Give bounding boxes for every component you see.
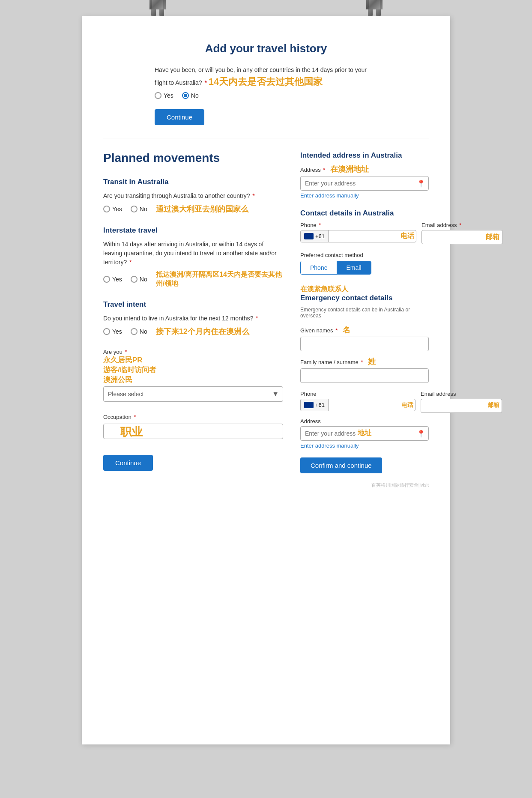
emergency-flag-prefix: +61 bbox=[301, 399, 329, 411]
interstate-title: Interstate travel bbox=[103, 226, 283, 235]
emergency-phone-input[interactable] bbox=[329, 399, 401, 411]
interstate-yes-option[interactable]: Yes bbox=[103, 276, 122, 283]
planned-continue-button[interactable]: Continue bbox=[103, 455, 153, 471]
emergency-au-flag-icon bbox=[304, 402, 314, 408]
planned-movements-section: Planned movements Transit in Australia A… bbox=[103, 151, 429, 473]
travel-history-radio-group: Yes No bbox=[155, 92, 377, 99]
emergency-address-manually-link[interactable]: Enter address manually bbox=[300, 442, 429, 449]
emergency-address-input-wrapper: 📍 地址 bbox=[300, 426, 429, 441]
transit-title: Transit in Australia bbox=[103, 178, 283, 186]
travel-history-continue-button[interactable]: Continue bbox=[155, 109, 204, 125]
right-column: Intended address in Australia Address * … bbox=[300, 151, 429, 473]
emergency-email-input-wrapper: 邮箱 bbox=[421, 399, 502, 413]
travel-history-yes-radio[interactable] bbox=[155, 92, 161, 99]
emergency-address-label: Address bbox=[300, 418, 429, 424]
intended-address-title: Intended address in Australia bbox=[300, 151, 429, 160]
emergency-contact-section: 在澳紧急联系人 Emergency contact details Emerge… bbox=[300, 285, 429, 449]
interstate-no-radio[interactable] bbox=[131, 276, 137, 283]
family-name-label: Family name / surname * 姓 bbox=[300, 356, 429, 367]
interstate-subsection: Interstate travel Within 14 days after a… bbox=[103, 226, 283, 288]
transit-subsection: Transit in Australia Are you transiting … bbox=[103, 178, 283, 214]
travel-history-title: Add your travel history bbox=[103, 42, 429, 55]
planned-movements-title: Planned movements bbox=[103, 151, 283, 165]
travel-intent-yes-radio[interactable] bbox=[103, 328, 110, 335]
transit-no-option[interactable]: No bbox=[131, 206, 147, 212]
paper: Add your travel history Have you been, o… bbox=[82, 16, 450, 744]
travel-history-yes-option[interactable]: Yes bbox=[155, 92, 173, 99]
confirm-continue-button[interactable]: Confirm and continue bbox=[300, 457, 382, 473]
transit-yes-radio[interactable] bbox=[103, 206, 110, 212]
travel-intent-subsection: Travel intent Do you intend to live in A… bbox=[103, 300, 283, 337]
family-name-input[interactable] bbox=[300, 368, 429, 383]
are-you-select-wrapper: Please selectPermanent ResidentVisitor /… bbox=[103, 386, 283, 402]
address-input[interactable] bbox=[300, 176, 429, 191]
travel-intent-no-radio[interactable] bbox=[131, 328, 137, 335]
are-you-select[interactable]: Please selectPermanent ResidentVisitor /… bbox=[103, 386, 283, 402]
address-input-wrapper: 📍 bbox=[300, 176, 429, 191]
page-wrapper: Add your travel history Have you been, o… bbox=[82, 0, 450, 744]
transit-yes-option[interactable]: Yes bbox=[103, 206, 122, 212]
emergency-note: Emergency contact details can be in Aust… bbox=[300, 307, 429, 319]
travel-history-no-option[interactable]: No bbox=[182, 92, 199, 99]
phone-field-wrapper: Phone * +61 电话 bbox=[300, 222, 416, 244]
location-icon: 📍 bbox=[417, 179, 425, 188]
confirm-button-wrapper: Confirm and continue bbox=[300, 457, 429, 473]
enter-address-manually-link[interactable]: Enter address manually bbox=[300, 192, 429, 199]
travel-history-question: Have you been, or will you be, in any ot… bbox=[155, 66, 377, 89]
travel-intent-title: Travel intent bbox=[103, 300, 283, 309]
transit-question: Are you transiting through Australia to … bbox=[103, 191, 283, 200]
occupation-label: Occupation * bbox=[103, 414, 283, 420]
phone-label: Phone * bbox=[300, 222, 416, 228]
au-flag-icon bbox=[304, 233, 314, 239]
interstate-no-option[interactable]: No bbox=[131, 276, 147, 283]
travel-intent-question: Do you intend to live in Australia for t… bbox=[103, 314, 283, 323]
interstate-yes-radio[interactable] bbox=[103, 276, 110, 283]
travel-history-no-radio[interactable] bbox=[182, 92, 189, 99]
emergency-email-label: Email address bbox=[421, 391, 502, 397]
emergency-location-icon: 📍 bbox=[417, 430, 425, 438]
emergency-phone-label: Phone bbox=[300, 391, 415, 397]
phone-input-wrapper: +61 电话 bbox=[300, 230, 416, 242]
contact-details-section: Contact details in Australia Phone * +61 bbox=[300, 209, 429, 275]
interstate-radio-group: Yes No 抵达澳洲/离开隔离区14天内是否要去其他州/领地 bbox=[103, 270, 283, 288]
email-label: Email address * bbox=[421, 222, 503, 228]
are-you-subsection: Are you * 永久居民PR 游客/临时访问者 澳洲公民 Please se… bbox=[103, 349, 283, 402]
phone-email-row: Phone * +61 电话 bbox=[300, 222, 429, 244]
email-input-wrapper: 邮箱 bbox=[421, 230, 503, 244]
given-names-input[interactable] bbox=[300, 337, 429, 351]
emergency-phone-wrapper: Phone +61 电话 bbox=[300, 391, 415, 413]
emergency-phone-input-wrapper: +61 电话 bbox=[300, 399, 415, 411]
email-field-wrapper: Email address * 邮箱 bbox=[421, 222, 503, 244]
travel-intent-radio-group: Yes No 接下来12个月内住在澳洲么 bbox=[103, 326, 283, 337]
address-label: Address * 在澳洲地址 bbox=[300, 164, 429, 174]
contact-method-section: Preferred contact method Phone Email bbox=[300, 252, 429, 275]
intended-address-section: Intended address in Australia Address * … bbox=[300, 151, 429, 199]
binder-clip-left bbox=[148, 0, 167, 16]
interstate-question: Within 14 days after arriving in Austral… bbox=[103, 240, 283, 267]
required-star: * bbox=[204, 79, 206, 86]
occupation-subsection: Occupation * 职业 bbox=[103, 414, 283, 439]
transit-no-radio[interactable] bbox=[131, 206, 137, 212]
emergency-phone-email-row: Phone +61 电话 Email address bbox=[300, 391, 429, 413]
phone-input[interactable] bbox=[329, 230, 400, 242]
travel-history-question-block: Have you been, or will you be, in any ot… bbox=[155, 66, 377, 125]
phone-toggle-option[interactable]: Phone bbox=[301, 261, 337, 274]
binder-clip-right bbox=[365, 0, 384, 16]
email-toggle-option[interactable]: Email bbox=[337, 261, 371, 274]
emergency-email-wrapper: Email address 邮箱 bbox=[421, 391, 502, 413]
travel-history-section: Add your travel history Have you been, o… bbox=[103, 33, 429, 138]
left-column: Planned movements Transit in Australia A… bbox=[103, 151, 283, 473]
preferred-method-label: Preferred contact method bbox=[300, 252, 429, 258]
emergency-contact-title: 在澳紧急联系人 Emergency contact details bbox=[300, 285, 429, 302]
travel-intent-yes-option[interactable]: Yes bbox=[103, 328, 122, 335]
flag-prefix: +61 bbox=[301, 230, 329, 242]
watermark: 百英格川国际旅行安全|ivisit bbox=[103, 482, 429, 488]
contact-details-title: Contact details in Australia bbox=[300, 209, 429, 218]
contact-method-toggle: Phone Email bbox=[300, 261, 371, 275]
travel-intent-no-option[interactable]: No bbox=[131, 328, 147, 335]
transit-radio-group: Yes No 通过澳大利亚去别的国家么 bbox=[103, 204, 283, 214]
are-you-label: Are you * 永久居民PR 游客/临时访问者 澳洲公民 bbox=[103, 349, 283, 385]
given-names-label: Given names * 名 bbox=[300, 325, 429, 335]
